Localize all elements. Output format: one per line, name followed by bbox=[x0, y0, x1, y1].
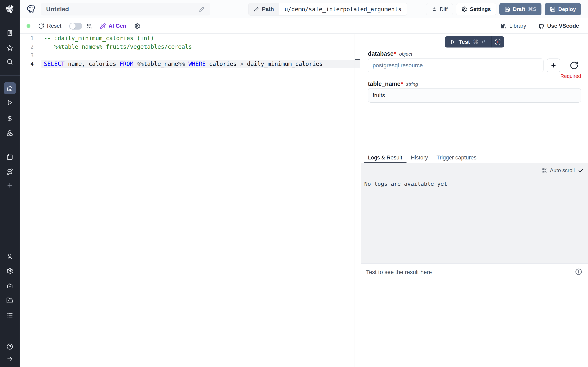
editor-gutter: 1234 bbox=[20, 34, 34, 68]
field-type: string bbox=[406, 81, 418, 87]
line-number: 2 bbox=[20, 43, 34, 51]
test-button[interactable]: Test ⌘ ↵ bbox=[445, 36, 491, 48]
plus-icon bbox=[550, 62, 557, 68]
refresh-resource-button[interactable] bbox=[570, 61, 579, 70]
tab-trigger-captures[interactable]: Trigger captures bbox=[432, 152, 481, 163]
result-empty-message: Test to see the result here bbox=[366, 269, 432, 275]
test-panel: Test ⌘ ↵ database* object Required table… bbox=[361, 34, 588, 367]
script-title-input[interactable]: Untitled bbox=[41, 3, 210, 16]
github-icon bbox=[538, 23, 545, 29]
multiplayer-toggle[interactable] bbox=[69, 23, 82, 30]
required-asterisk: * bbox=[394, 50, 396, 57]
sidebar-add-plus-icon[interactable] bbox=[0, 182, 20, 189]
field-name: table_name bbox=[368, 81, 401, 87]
top-bar: Untitled Path u/demo/safe_interpolated_a… bbox=[20, 0, 588, 18]
add-resource-button[interactable] bbox=[547, 58, 560, 72]
line-number: 3 bbox=[20, 51, 34, 60]
code-line[interactable]: SELECT name, calories FROM %%table_name%… bbox=[42, 60, 360, 68]
library-button[interactable]: Library bbox=[501, 23, 526, 29]
line-number: 4 bbox=[20, 60, 34, 68]
auto-scroll-label: Auto scroll bbox=[550, 167, 575, 174]
sidebar-item-schedules-calendar-icon[interactable] bbox=[0, 154, 20, 160]
logs-empty-message: No logs are available yet bbox=[364, 181, 447, 187]
sidebar-expand-arrow-icon[interactable] bbox=[0, 355, 20, 362]
sidebar-settings-gear-icon[interactable] bbox=[0, 268, 20, 275]
scan-record-icon bbox=[495, 39, 501, 45]
left-sidebar bbox=[0, 0, 20, 367]
help-icon[interactable] bbox=[0, 343, 20, 350]
refresh-icon bbox=[38, 23, 44, 29]
tab-history[interactable]: History bbox=[406, 152, 432, 163]
gear-icon bbox=[461, 6, 467, 12]
draft-shortcut: ⌘S bbox=[528, 6, 536, 12]
draft-button[interactable]: Draft ⌘S bbox=[499, 3, 541, 15]
required-asterisk: * bbox=[401, 81, 403, 87]
sidebar-item-variables-dollar-icon[interactable] bbox=[0, 115, 20, 122]
save-icon bbox=[550, 6, 555, 12]
diff-button[interactable]: Diff bbox=[426, 3, 453, 15]
code-line[interactable]: -- :daily_minimum_calories (int) bbox=[42, 34, 360, 43]
diff-label: Diff bbox=[440, 6, 448, 12]
cmd-key-icon: ⌘ bbox=[473, 39, 478, 45]
postgresql-icon bbox=[26, 4, 36, 14]
sidebar-folders-icon[interactable] bbox=[0, 297, 20, 304]
settings-label: Settings bbox=[470, 6, 491, 12]
use-vscode-button[interactable]: Use VScode bbox=[538, 23, 579, 29]
test-button-group: Test ⌘ ↵ bbox=[445, 36, 504, 48]
sidebar-item-flows-route-icon[interactable] bbox=[0, 168, 20, 175]
database-input[interactable] bbox=[368, 58, 544, 72]
field-name: database bbox=[368, 50, 394, 57]
tab-logs-result[interactable]: Logs & Result bbox=[364, 152, 406, 163]
editor-settings-gear-icon[interactable] bbox=[134, 23, 140, 29]
enter-key-icon: ↵ bbox=[481, 39, 486, 45]
panel-tabs: Logs & Result History Trigger captures bbox=[361, 152, 588, 163]
edit-pencil-icon[interactable] bbox=[199, 6, 205, 12]
magic-wand-icon bbox=[100, 23, 106, 29]
path-pencil-icon bbox=[254, 7, 259, 12]
editor-code[interactable]: -- :daily_minimum_calories (int)-- %%tab… bbox=[44, 34, 360, 68]
favorites-star-icon[interactable] bbox=[0, 44, 20, 51]
users-icon bbox=[86, 23, 92, 29]
search-icon[interactable] bbox=[0, 58, 20, 65]
test-button-label: Test bbox=[458, 39, 470, 45]
script-title: Untitled bbox=[46, 6, 199, 13]
path-button[interactable]: Path u/demo/safe_interpolated_arguments bbox=[248, 3, 407, 16]
sidebar-audit-logs-icon[interactable] bbox=[0, 312, 20, 319]
diff-icon bbox=[432, 6, 437, 12]
logs-pane: Auto scroll No logs are available yet bbox=[361, 163, 588, 263]
editor-toolbar: Reset AI Gen Library Use VScode bbox=[20, 18, 588, 34]
workspace-building-icon[interactable] bbox=[0, 30, 20, 36]
field-type: object bbox=[399, 51, 412, 57]
sidebar-item-resources-boxes-icon[interactable] bbox=[0, 130, 20, 137]
path-label: Path bbox=[262, 6, 274, 12]
reset-button[interactable]: Reset bbox=[38, 23, 61, 29]
required-note: Required bbox=[561, 73, 581, 79]
sidebar-item-home[interactable] bbox=[4, 82, 16, 94]
table-name-input[interactable] bbox=[368, 88, 581, 103]
code-editor[interactable]: 1234 -- :daily_minimum_calories (int)-- … bbox=[20, 34, 361, 367]
play-icon bbox=[450, 39, 456, 45]
auto-scroll-toggle[interactable]: Auto scroll bbox=[541, 167, 584, 174]
sidebar-item-runs-play-icon[interactable] bbox=[0, 99, 20, 106]
line-number: 1 bbox=[20, 34, 34, 43]
ai-gen-button[interactable]: AI Gen bbox=[100, 23, 126, 29]
check-icon bbox=[578, 167, 584, 173]
code-line[interactable] bbox=[42, 51, 360, 60]
overview-ruler-cursor-mark bbox=[355, 59, 360, 60]
windmill-logo[interactable] bbox=[0, 4, 20, 14]
path-value: u/demo/safe_interpolated_arguments bbox=[279, 3, 407, 15]
code-line[interactable]: -- %%table_name%% fruits/vegetables/cere… bbox=[42, 43, 360, 51]
info-icon[interactable] bbox=[575, 268, 582, 275]
database-field-label: database* object bbox=[368, 50, 412, 57]
library-label: Library bbox=[509, 23, 526, 29]
sidebar-user-icon[interactable] bbox=[0, 253, 20, 260]
sidebar-divider bbox=[0, 75, 20, 76]
settings-button[interactable]: Settings bbox=[456, 3, 496, 15]
deploy-button[interactable]: Deploy bbox=[545, 3, 581, 15]
capture-test-button[interactable] bbox=[492, 36, 504, 48]
expand-icon[interactable] bbox=[541, 167, 547, 173]
status-dot bbox=[26, 24, 30, 28]
sidebar-workers-icon[interactable] bbox=[0, 282, 20, 289]
overview-ruler bbox=[354, 34, 355, 367]
use-vscode-label: Use VScode bbox=[547, 23, 579, 29]
